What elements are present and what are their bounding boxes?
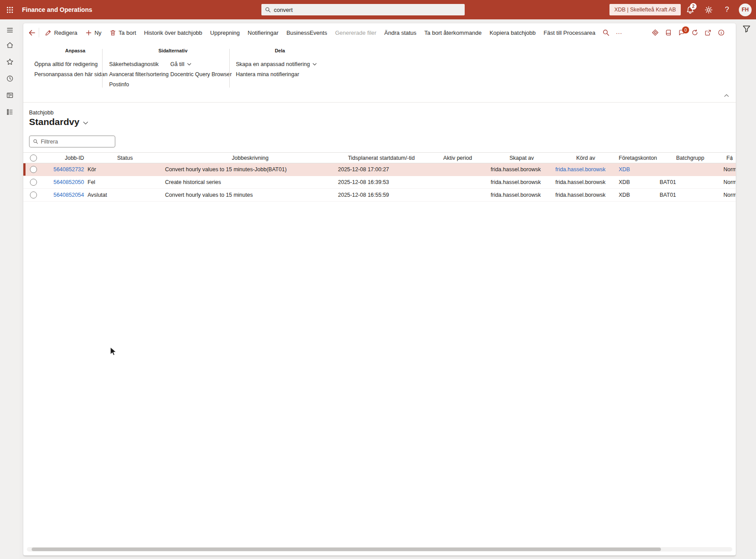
action-label: Kopiera batchjobb [489,29,536,36]
action-label: Notifieringar [248,29,279,36]
open-in-office-button[interactable] [662,26,675,39]
ribbon-sakerhetsdiagnostik[interactable]: Säkerhetsdiagnostik [109,59,159,69]
horizontal-scrollbar [27,547,732,552]
job-id-link[interactable]: 5640852054 [53,192,84,198]
expand-nav-hamburger-icon[interactable] [0,23,19,37]
row-checkbox[interactable] [30,191,37,199]
select-all-checkbox[interactable] [30,154,37,162]
batch-group-cell: BAT01 [657,179,721,185]
action-label: Ta bort återkommande [424,29,481,36]
ribbon-postinfo[interactable]: Postinfo [109,79,129,89]
column-header-foretagskonton[interactable]: Företagskonton [616,155,657,161]
column-header-skapat-av[interactable]: Skapat av [488,155,553,161]
job-id-link[interactable]: 5640852050 [53,179,84,185]
ribbon-group-title: Sidalternativ [109,48,237,53]
help-icon: ? [725,5,729,14]
settings-button[interactable] [699,0,718,19]
phase-cell: Norm [721,179,736,185]
created-by-cell: frida.hassel.borowsk [488,166,553,173]
action-genererade-filer: Genererade filer [331,26,380,39]
action-ta-bort[interactable]: Ta bort [106,26,140,39]
ribbon-hantera-mina-notifieringar[interactable]: Hantera mina notifieringar [236,69,299,79]
row-checkbox[interactable] [30,166,37,173]
open-in-new-window-button[interactable] [701,26,715,39]
divider [229,49,230,88]
ribbon-oppna-alltid-for-redigering[interactable]: Öppna alltid för redigering [34,59,98,69]
search-icon [33,139,38,144]
job-id-link[interactable]: 5640852732 [53,166,84,173]
global-search-input[interactable] [274,7,461,13]
ribbon-group-sidalternativ: Sidalternativ Säkerhetsdiagnostik Avance… [109,48,237,57]
sidebar-item-home[interactable] [0,38,19,52]
ribbon-avancerat-filter-sortering[interactable]: Avancerat filter/sortering [109,69,169,79]
ribbon-group-anpassa: Anpassa Öppna alltid för redigering Pers… [33,48,117,57]
status-cell: Avslutat [85,192,162,198]
action-kopiera-batchjobb[interactable]: Kopiera batchjobb [485,26,539,39]
sidebar-item-recent[interactable] [0,71,19,85]
action-label: Genererade filer [335,29,376,36]
view-selector[interactable]: Standardvy [29,117,89,127]
action-ny[interactable]: Ny [81,26,106,39]
sidebar-item-favorites[interactable] [0,55,19,69]
column-options-icon[interactable]: ⋮ [729,154,734,161]
ribbon-ga-till[interactable]: Gå till [170,59,192,69]
sidebar-item-workspaces[interactable] [0,88,19,102]
more-actions-button[interactable]: … [613,26,626,39]
column-header-aktiv-period[interactable]: Aktiv period [425,155,488,161]
ribbon-personanpassa-den-har-sidan[interactable]: Personanpassa den här sidan [34,69,107,79]
page-title: Standardvy [29,117,79,127]
grid-filter-input[interactable] [41,139,111,145]
company-selector-badge[interactable]: XDB | Skellefteå Kraft AB [609,4,681,15]
description-cell: Convert hourly values to 15 minutes [162,192,335,198]
action-redigera[interactable]: Redigera [41,26,81,39]
info-button[interactable] [715,26,728,39]
back-button[interactable] [27,26,37,39]
start-datetime-cell: 2025-12-08 16:39:53 [335,179,425,185]
power-apps-button[interactable] [649,26,662,39]
action-businessevents[interactable]: BusinessEvents [283,26,331,39]
column-header-jobbeskrivning[interactable]: Jobbeskrivning [162,155,335,161]
action-ta-bort-aterkommande[interactable]: Ta bort återkommande [420,26,485,39]
action-notifieringar[interactable]: Notifieringar [244,26,283,39]
nav-sidebar [0,19,19,559]
action-andra-status[interactable]: Ändra status [380,26,420,39]
sidebar-item-modules[interactable] [0,105,19,119]
start-datetime-cell: 2025-12-08 16:55:59 [335,192,425,198]
ribbon-docentric-query-browser[interactable]: Docentric Query Browser [170,69,232,79]
action-historik-over-batchjobb[interactable]: Historik över batchjobb [140,26,206,39]
row-checkbox[interactable] [30,179,37,186]
grid-row-3[interactable]: 5640852054 Avslutat Convert hourly value… [23,189,736,202]
notifications-button[interactable]: 2 [681,0,699,19]
run-by-link[interactable]: frida.hassel.borowsk [555,166,606,173]
funnel-icon [742,25,751,33]
modules-list-icon [6,108,14,116]
ribbon-skapa-en-anpassad-notifiering[interactable]: Skapa en anpassad notifiering [236,59,317,69]
user-avatar[interactable]: FH [739,4,752,16]
column-header-batchgrupp[interactable]: Batchgrupp [657,155,721,161]
column-header-kord-av[interactable]: Körd av [553,155,616,161]
grid-filter-box[interactable] [29,136,115,147]
column-header-jobb-id[interactable]: Jobb-ID [44,155,85,161]
ribbon-item-label: Personanpassa den här sidan [34,71,107,77]
app-launcher-waffle-icon[interactable] [0,0,19,19]
pencil-icon [45,29,51,36]
collapse-action-pane-button[interactable] [723,92,730,99]
column-header-tidsplanerat-startdatum[interactable]: Tidsplanerat startdatum/-tid [335,155,425,161]
search-in-action-pane-button[interactable] [599,26,613,39]
refresh-button[interactable] [688,26,701,39]
grid-row-1[interactable]: 5640852732 Kör Convert hourly values to … [23,163,736,176]
global-search-box[interactable] [261,4,465,15]
message-center-button[interactable]: 0 [675,26,688,39]
action-label: BusinessEvents [286,29,327,36]
column-header-status[interactable]: Status [85,155,162,161]
grid-row-2[interactable]: 5640852050 Fel Create historical series … [23,176,736,189]
action-upprepning[interactable]: Upprepning [206,26,244,39]
horizontal-scrollbar-thumb[interactable] [32,548,661,551]
notification-count-badge: 2 [690,3,697,10]
company-link[interactable]: XDB [619,166,630,173]
diamond-icon [652,29,659,36]
created-by-cell: frida.hassel.borowsk [488,179,553,185]
help-button[interactable]: ? [718,0,736,19]
action-fast-till-processarea[interactable]: Fäst till Processarea [539,26,599,39]
open-filter-pane-button[interactable] [742,25,751,33]
